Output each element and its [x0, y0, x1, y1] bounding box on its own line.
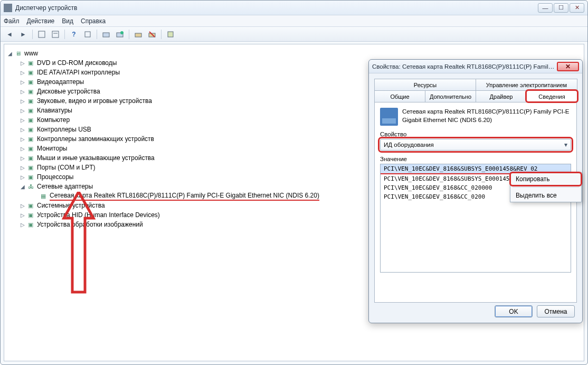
- tree-item-label: Контроллеры запоминающих устройств: [37, 135, 154, 143]
- menu-view[interactable]: Вид: [62, 17, 73, 25]
- toolbar-separator: [129, 30, 129, 39]
- device-icon: ▣: [26, 202, 35, 209]
- toolbar-separator: [64, 30, 65, 39]
- expand-icon[interactable]: ▷: [19, 98, 26, 104]
- window-title: Диспетчер устройств: [15, 4, 538, 12]
- device-icon: ▣: [26, 59, 35, 67]
- context-select-all[interactable]: Выделить все: [510, 189, 581, 202]
- tree-item-label: Звуковые, видео и игровые устройства: [37, 97, 152, 105]
- expand-icon[interactable]: ▷: [19, 60, 26, 66]
- svg-point-6: [120, 31, 124, 34]
- update-driver-button[interactable]: [132, 29, 144, 40]
- forward-button[interactable]: ►: [17, 29, 29, 40]
- computer-icon: 🖥: [14, 50, 22, 57]
- svg-rect-1: [52, 31, 59, 38]
- dialog-title: Свойства: Сетевая карта Realtek RTL8168C…: [372, 63, 557, 70]
- expand-icon[interactable]: ▷: [19, 174, 26, 180]
- tree-item-label: Сетевая карта Realtek RTL8168C(P)/8111C(…: [50, 192, 319, 201]
- network-card-icon: ▦: [39, 192, 48, 200]
- tab-resources[interactable]: Ресурсы: [374, 79, 476, 90]
- device-icon: ▣: [26, 173, 35, 181]
- device-icon: ▣: [26, 145, 35, 152]
- cancel-button[interactable]: Отмена: [537, 305, 575, 317]
- help-button[interactable]: ?: [68, 29, 80, 40]
- menu-action[interactable]: Действие: [27, 17, 55, 25]
- device-icon: ▣: [26, 221, 35, 228]
- toolbar-separator: [97, 30, 97, 39]
- device-icon: ▣: [26, 126, 35, 133]
- expand-icon[interactable]: ▷: [19, 146, 26, 152]
- dialog-close-button[interactable]: ✕: [557, 62, 579, 71]
- toolbar-btn-4[interactable]: [82, 29, 93, 40]
- toolbar-btn-9[interactable]: [165, 29, 176, 40]
- expand-icon[interactable]: ▷: [19, 70, 26, 76]
- expand-icon[interactable]: ▷: [19, 127, 26, 133]
- toolbar-btn-1[interactable]: [36, 29, 48, 40]
- svg-rect-4: [103, 33, 109, 37]
- expand-icon[interactable]: ◢: [19, 184, 26, 190]
- property-label: Свойство: [380, 131, 571, 137]
- expand-icon[interactable]: ▷: [19, 155, 26, 161]
- device-name-line1: Сетевая карта Realtek RTL8168C(P)/8111C(…: [402, 108, 569, 116]
- device-icon: ▣: [26, 211, 35, 219]
- tree-item-label: Мониторы: [37, 145, 67, 152]
- device-icon: ▣: [26, 154, 35, 162]
- expand-icon[interactable]: ◢: [6, 51, 14, 57]
- property-dropdown[interactable]: ИД оборудования: [380, 139, 571, 151]
- minimize-button[interactable]: —: [538, 3, 553, 13]
- expand-icon[interactable]: ▷: [19, 117, 26, 123]
- tabstrip: Ресурсы Управление электропитанием Общие…: [374, 79, 577, 102]
- context-copy[interactable]: Копировать: [510, 173, 581, 185]
- tab-details[interactable]: Сведения: [526, 90, 577, 102]
- device-icon: ▣: [26, 135, 35, 143]
- expand-icon[interactable]: ▷: [19, 89, 26, 95]
- device-icon: ▣: [26, 69, 35, 76]
- tree-item-label: Устройства HID (Human Interface Devices): [37, 211, 160, 219]
- expand-icon[interactable]: ▷: [19, 212, 26, 218]
- dialog-titlebar[interactable]: Свойства: Сетевая карта Realtek RTL8168C…: [369, 60, 582, 73]
- titlebar[interactable]: Диспетчер устройств — ☐ ✕: [1, 1, 587, 15]
- expand-icon[interactable]: ▷: [19, 203, 26, 209]
- menu-help[interactable]: Справка: [81, 17, 106, 25]
- tab-general[interactable]: Общие: [374, 90, 425, 102]
- expand-icon[interactable]: ▷: [19, 108, 26, 114]
- uninstall-button[interactable]: [146, 29, 158, 40]
- tree-item-label: DVD и CD-ROM дисководы: [37, 59, 117, 67]
- close-button[interactable]: ✕: [570, 3, 584, 13]
- tab-driver[interactable]: Драйвер: [476, 90, 527, 102]
- device-icon: ▣: [26, 88, 35, 95]
- device-icon: ▣: [26, 116, 35, 124]
- app-icon: [4, 4, 12, 12]
- tab-power[interactable]: Управление электропитанием: [476, 79, 577, 90]
- network-adapters-icon: 🖧: [26, 183, 35, 190]
- back-button[interactable]: ◄: [4, 29, 15, 40]
- tree-item-label: Клавиатуры: [37, 107, 72, 114]
- ok-button[interactable]: OK: [495, 305, 533, 317]
- expand-icon[interactable]: ▷: [19, 136, 26, 142]
- context-menu: Копировать Выделить все: [510, 172, 582, 202]
- tree-root-label: www: [24, 50, 38, 57]
- toolbar-separator: [32, 30, 33, 39]
- expand-icon[interactable]: ▷: [19, 165, 26, 171]
- tree-item-label: Устройства обработки изображений: [37, 221, 143, 228]
- menu-file[interactable]: Файл: [4, 17, 20, 25]
- tab-advanced[interactable]: Дополнительно: [425, 90, 476, 102]
- svg-rect-3: [85, 32, 90, 37]
- toolbar-btn-6[interactable]: [114, 29, 126, 40]
- expand-icon[interactable]: ▷: [19, 79, 26, 85]
- property-dropdown-value: ИД оборудования: [384, 142, 434, 148]
- menubar: Файл Действие Вид Справка: [1, 15, 587, 27]
- tree-item-label: IDE ATA/ATAPI контроллеры: [37, 69, 120, 76]
- tree-item-label: Контроллеры USB: [37, 126, 91, 133]
- tree-item-label: Сетевые адаптеры: [37, 183, 93, 190]
- toolbar-btn-2[interactable]: [50, 29, 61, 40]
- svg-rect-10: [168, 32, 173, 37]
- svg-rect-0: [39, 31, 45, 38]
- tab-panel-details: Сетевая карта Realtek RTL8168C(P)/8111C(…: [374, 102, 577, 303]
- tree-item-label: Мыши и иные указывающие устройства: [37, 154, 155, 162]
- maximize-button[interactable]: ☐: [554, 3, 568, 13]
- svg-rect-7: [135, 33, 141, 37]
- expand-icon[interactable]: ▷: [19, 222, 26, 228]
- tree-item-label: Дисковые устройства: [37, 88, 100, 95]
- scan-hardware-button[interactable]: [100, 29, 112, 40]
